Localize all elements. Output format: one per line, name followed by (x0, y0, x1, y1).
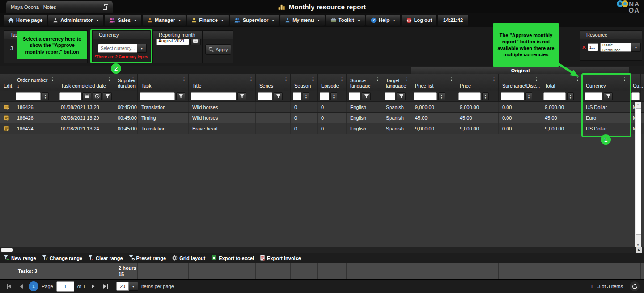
column-menu-icon[interactable]: ⋮ (534, 76, 539, 81)
column-header-episode[interactable]: Episode⋮ (318, 74, 347, 91)
numeric-spinner[interactable]: ▲▼ (42, 92, 49, 100)
current-page-button[interactable]: 1 (29, 281, 38, 291)
menu-log-out[interactable]: Log out (402, 15, 436, 26)
restore-window-icon[interactable] (103, 4, 108, 10)
filter-clock-button[interactable] (93, 92, 102, 100)
column-header-source-language[interactable]: Source language⋮ (347, 74, 382, 91)
horizontal-scrollbar[interactable]: ▶ (0, 247, 644, 253)
filter-input-price-list[interactable] (414, 92, 437, 100)
menu-sales[interactable]: Sales▼ (105, 15, 141, 26)
grid-layout-button[interactable]: Grid layout (172, 255, 205, 261)
clear-range-button[interactable]: Clear range (88, 255, 123, 261)
column-menu-icon[interactable]: ⋮ (284, 76, 288, 81)
scroll-up-icon[interactable]: ▲ (635, 103, 641, 106)
numeric-spinner[interactable]: ▲▼ (438, 92, 445, 100)
scroll-right-icon[interactable]: ▶ (636, 247, 642, 253)
column-menu-icon[interactable]: ⋮ (107, 76, 112, 81)
horizontal-scroll-thumb[interactable] (1, 248, 13, 252)
page-input[interactable] (56, 281, 74, 292)
filter-input-price[interactable] (458, 92, 481, 100)
menu-administrator[interactable]: Administrator▼ (48, 15, 103, 26)
column-menu-icon[interactable]: ⋮ (622, 76, 627, 81)
filter-input-source-language[interactable] (349, 92, 360, 100)
filter-input-surcharge-discount[interactable] (501, 92, 524, 100)
column-menu-icon[interactable]: ⋮ (182, 76, 186, 81)
currency-select[interactable]: Select currency... (98, 44, 137, 53)
apply-button[interactable]: Apply (205, 44, 231, 55)
numeric-spinner[interactable]: ▲▼ (303, 92, 309, 100)
column-header-series[interactable]: Series⋮ (256, 74, 291, 91)
column-header-currency[interactable]: Currency⋮ (582, 74, 629, 91)
column-menu-icon[interactable]: ⋮ (375, 76, 380, 81)
column-header-target-language[interactable]: Target language⋮ (382, 74, 411, 91)
menu-supervisor[interactable]: Supervisor▼ (230, 15, 279, 26)
column-header-edit[interactable]: Edit (0, 74, 13, 91)
column-header-season[interactable]: Season⋮ (291, 74, 318, 91)
filter-funnel-button[interactable] (176, 92, 185, 100)
column-menu-icon[interactable]: ⋮ (50, 76, 55, 81)
edit-notes-icon[interactable] (0, 123, 13, 134)
page-size-select[interactable]: 20 ▼ (116, 282, 138, 291)
menu-my-menu[interactable]: My menu▼ (280, 15, 325, 26)
column-menu-icon[interactable]: ⋮ (310, 76, 315, 81)
new-range-button[interactable]: New range (4, 255, 36, 261)
table-row[interactable]: 18642601/08/2021 13:2800:45:00Translatio… (0, 102, 644, 113)
filter-input-order-number[interactable] (16, 92, 41, 100)
column-menu-icon[interactable]: ⋮ (339, 76, 344, 81)
next-page-button[interactable] (89, 282, 97, 291)
menu-toolkit[interactable]: Toolkit▼ (326, 15, 365, 26)
resource-select[interactable]: Basic Resource... (600, 43, 631, 52)
filter-funnel-button[interactable] (604, 92, 613, 100)
numeric-spinner[interactable]: ▲▼ (330, 92, 337, 100)
filter-funnel-button[interactable] (103, 92, 112, 100)
filter-calendar-button[interactable] (82, 92, 91, 100)
filter-funnel-button[interactable] (237, 92, 246, 100)
resource-token[interactable]: 1... (588, 43, 598, 51)
column-header-supplier-duration[interactable]: Supplier duration⋮ (114, 74, 138, 91)
preset-range-button[interactable]: Preset range (129, 255, 166, 261)
menu-help[interactable]: ? Help▼ (366, 15, 400, 26)
column-menu-icon[interactable]: ⋮ (249, 76, 254, 81)
prev-page-button[interactable] (17, 282, 25, 291)
column-header-task[interactable]: Task⋮ (138, 74, 189, 91)
resource-select-arrow-icon[interactable]: ▼ (631, 43, 641, 52)
refresh-button[interactable] (630, 281, 640, 291)
filter-input-season[interactable] (293, 92, 301, 100)
column-header-customer[interactable]: Cu... (629, 74, 641, 91)
filter-input-total[interactable] (543, 92, 566, 100)
edit-notes-icon[interactable] (0, 102, 13, 112)
filter-input-customer[interactable] (631, 92, 640, 100)
change-range-button[interactable]: Change range (42, 255, 82, 261)
currency-select-arrow-icon[interactable]: ▼ (137, 44, 147, 53)
column-header-title[interactable]: Title⋮ (189, 74, 256, 91)
table-row[interactable]: 18642401/08/2021 13:2400:45:00Translatio… (0, 123, 644, 134)
menu-finance[interactable]: Finance▼ (187, 15, 229, 26)
filter-input-target-language[interactable] (385, 92, 395, 100)
column-menu-icon[interactable]: ⋮ (131, 76, 136, 81)
first-page-button[interactable] (4, 282, 13, 291)
vertical-scrollbar[interactable]: ▲ ▼ (635, 102, 641, 247)
last-page-button[interactable] (101, 282, 110, 291)
filter-input-title[interactable] (191, 92, 236, 100)
menu-manager[interactable]: Manager▼ (143, 15, 186, 26)
numeric-spinner[interactable]: ▲▼ (482, 92, 489, 100)
column-header-price[interactable]: Price⋮ (456, 74, 499, 91)
numeric-spinner[interactable]: ▲▼ (525, 92, 532, 100)
column-menu-icon[interactable]: ⋮ (491, 76, 496, 81)
column-header-task-completed-date[interactable]: Task completed date⋮ (57, 74, 114, 91)
menu-home-page[interactable]: Home page (4, 15, 47, 26)
scroll-down-icon[interactable]: ▼ (635, 243, 641, 247)
column-header-order-number[interactable]: Order number↓⋮ (13, 74, 57, 91)
table-row[interactable]: 18642602/08/2021 13:2900:45:00TimingWild… (0, 113, 644, 123)
numeric-spinner[interactable]: ▲▼ (567, 92, 574, 100)
filter-input-series[interactable] (258, 92, 272, 100)
filter-input-task-completed-date[interactable] (59, 92, 81, 100)
edit-notes-icon[interactable] (0, 113, 13, 123)
column-menu-icon[interactable]: ⋮ (404, 76, 409, 81)
column-menu-icon[interactable]: ⋮ (449, 76, 454, 81)
export-invoice-button[interactable]: Export Invoice (260, 255, 301, 261)
vertical-scroll-thumb[interactable] (636, 108, 641, 235)
filter-funnel-button[interactable] (397, 92, 406, 100)
document-tab[interactable]: Maya Ooona - Notes (6, 1, 113, 13)
filter-input-currency[interactable] (585, 92, 602, 100)
